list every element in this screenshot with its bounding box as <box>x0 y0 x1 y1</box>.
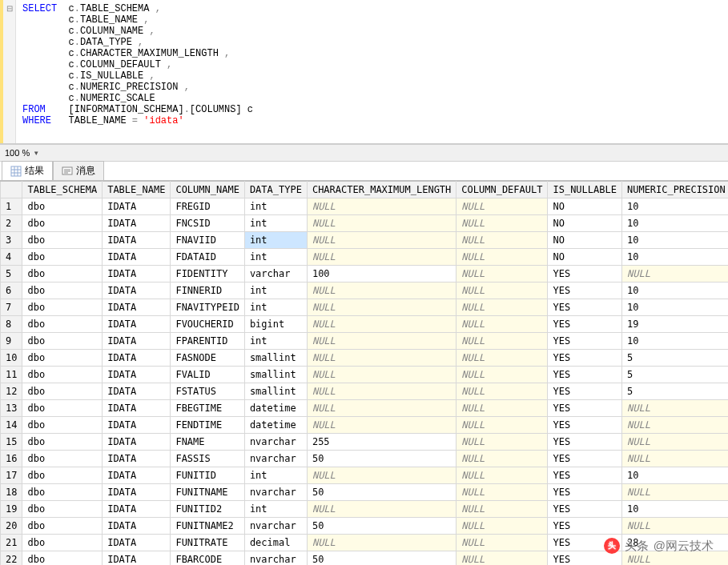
cell[interactable]: YES <box>548 333 621 350</box>
cell[interactable]: NULL <box>307 249 456 266</box>
table-row[interactable]: 9dboIDATAFPARENTIDintNULLNULLYES100 <box>1 333 729 350</box>
cell[interactable]: YES <box>548 282 621 299</box>
cell[interactable]: NULL <box>457 198 548 215</box>
cell[interactable]: NULL <box>457 400 548 417</box>
cell[interactable]: NULL <box>457 451 548 467</box>
cell[interactable]: FUNITID <box>171 467 244 484</box>
cell[interactable]: NULL <box>621 551 728 566</box>
table-row[interactable]: 20dboIDATAFUNITNAME2nvarchar50NULLYESNUL… <box>1 518 729 535</box>
cell[interactable]: FBEGTIME <box>171 400 244 417</box>
table-row[interactable]: 21dboIDATAFUNITRATEdecimalNULLNULLYES28N… <box>1 535 729 551</box>
row-number[interactable]: 15 <box>1 434 22 451</box>
row-number[interactable]: 19 <box>1 501 22 518</box>
cell[interactable]: YES <box>548 535 621 551</box>
cell[interactable]: 10 <box>621 467 728 484</box>
row-number[interactable]: 3 <box>1 232 22 249</box>
cell[interactable]: nvarchar <box>244 551 307 566</box>
cell[interactable]: 10 <box>621 501 728 518</box>
table-row[interactable]: 18dboIDATAFUNITNAMEnvarchar50NULLYESNULL… <box>1 484 729 501</box>
row-number[interactable]: 12 <box>1 383 22 400</box>
cell[interactable]: datetime <box>244 400 307 417</box>
cell[interactable]: NULL <box>457 484 548 501</box>
table-row[interactable]: 10dboIDATAFASNODEsmallintNULLNULLYES50 <box>1 350 729 367</box>
cell[interactable]: YES <box>548 383 621 400</box>
row-header-corner[interactable] <box>1 182 22 198</box>
cell[interactable]: NULL <box>621 266 728 282</box>
cell[interactable]: IDATA <box>103 215 171 232</box>
cell[interactable]: 10 <box>621 282 728 299</box>
cell[interactable]: NULL <box>457 266 548 282</box>
row-number[interactable]: 6 <box>1 282 22 299</box>
cell[interactable]: YES <box>548 266 621 282</box>
cell[interactable]: NULL <box>457 518 548 535</box>
column-header[interactable]: DATA_TYPE <box>244 182 307 198</box>
row-number[interactable]: 8 <box>1 316 22 333</box>
cell[interactable]: 10 <box>621 215 728 232</box>
cell[interactable]: NULL <box>457 299 548 316</box>
cell[interactable]: dbo <box>22 417 103 434</box>
cell[interactable]: NULL <box>307 367 456 383</box>
cell[interactable]: FIDENTITY <box>171 266 244 282</box>
cell[interactable]: dbo <box>22 249 103 266</box>
cell[interactable]: NULL <box>307 316 456 333</box>
cell[interactable]: NULL <box>457 350 548 367</box>
cell[interactable]: int <box>244 467 307 484</box>
cell[interactable]: dbo <box>22 367 103 383</box>
cell[interactable]: FENDTIME <box>171 417 244 434</box>
cell[interactable]: NULL <box>621 518 728 535</box>
tab-results[interactable]: 结果 <box>2 161 53 180</box>
cell[interactable]: nvarchar <box>244 484 307 501</box>
cell[interactable]: IDATA <box>103 467 171 484</box>
cell[interactable]: 50 <box>307 551 456 566</box>
cell[interactable]: dbo <box>22 299 103 316</box>
cell[interactable]: 50 <box>307 518 456 535</box>
cell[interactable]: NULL <box>307 501 456 518</box>
cell[interactable]: FVALID <box>171 367 244 383</box>
cell[interactable]: NULL <box>457 551 548 566</box>
cell[interactable]: NULL <box>457 282 548 299</box>
cell[interactable]: IDATA <box>103 551 171 566</box>
row-number[interactable]: 11 <box>1 367 22 383</box>
cell[interactable]: YES <box>548 434 621 451</box>
cell[interactable]: FUNITNAME <box>171 484 244 501</box>
cell[interactable]: FUNITNAME2 <box>171 518 244 535</box>
cell[interactable]: NULL <box>457 417 548 434</box>
cell[interactable]: dbo <box>22 451 103 467</box>
cell[interactable]: FREGID <box>171 198 244 215</box>
row-number[interactable]: 2 <box>1 215 22 232</box>
row-number[interactable]: 20 <box>1 518 22 535</box>
table-row[interactable]: 7dboIDATAFNAVITYPEIDintNULLNULLYES100 <box>1 299 729 316</box>
cell[interactable]: 10 <box>621 232 728 249</box>
cell[interactable]: NULL <box>457 333 548 350</box>
cell[interactable]: int <box>244 249 307 266</box>
cell[interactable]: IDATA <box>103 198 171 215</box>
table-row[interactable]: 13dboIDATAFBEGTIMEdatetimeNULLNULLYESNUL… <box>1 400 729 417</box>
cell[interactable]: dbo <box>22 400 103 417</box>
cell[interactable]: dbo <box>22 316 103 333</box>
cell[interactable]: IDATA <box>103 232 171 249</box>
table-row[interactable]: 1dboIDATAFREGIDintNULLNULLNO100 <box>1 198 729 215</box>
zoom-level[interactable]: 100 % <box>5 148 30 158</box>
cell[interactable]: nvarchar <box>244 518 307 535</box>
table-row[interactable]: 11dboIDATAFVALIDsmallintNULLNULLYES50 <box>1 367 729 383</box>
row-number[interactable]: 14 <box>1 417 22 434</box>
cell[interactable]: NULL <box>457 249 548 266</box>
cell[interactable]: YES <box>548 350 621 367</box>
column-header[interactable]: IS_NULLABLE <box>548 182 621 198</box>
column-header[interactable]: COLUMN_DEFAULT <box>457 182 548 198</box>
cell[interactable]: YES <box>548 484 621 501</box>
cell[interactable]: YES <box>548 400 621 417</box>
cell[interactable]: NULL <box>457 501 548 518</box>
cell[interactable]: YES <box>548 551 621 566</box>
cell[interactable]: int <box>244 501 307 518</box>
row-number[interactable]: 22 <box>1 551 22 566</box>
cell[interactable]: NO <box>548 198 621 215</box>
cell[interactable]: NULL <box>457 535 548 551</box>
cell[interactable]: FINNERID <box>171 282 244 299</box>
row-number[interactable]: 10 <box>1 350 22 367</box>
cell[interactable]: FASSIS <box>171 451 244 467</box>
column-header[interactable]: NUMERIC_PRECISION <box>621 182 728 198</box>
cell[interactable]: IDATA <box>103 367 171 383</box>
cell[interactable]: int <box>244 333 307 350</box>
cell[interactable]: IDATA <box>103 350 171 367</box>
